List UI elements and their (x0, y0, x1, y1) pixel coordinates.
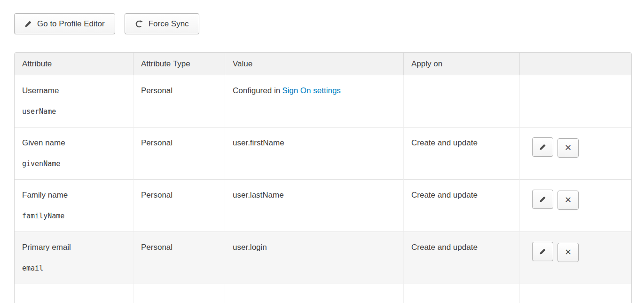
close-icon: ✕ (565, 144, 572, 152)
attribute-label: Username (22, 86, 126, 96)
close-icon: ✕ (565, 248, 572, 256)
table-row: Given name givenName Personal user.first… (15, 128, 632, 180)
attribute-cell (15, 284, 134, 303)
attribute-table: Attribute Attribute Type Value Apply on … (15, 53, 632, 303)
table-row: Family name familyName Personal user.las… (15, 180, 632, 232)
edit-button[interactable] (532, 137, 553, 157)
attribute-variable-name: userName (22, 107, 126, 116)
attribute-cell: Primary email email (15, 232, 134, 284)
edit-button[interactable] (532, 242, 553, 261)
delete-button[interactable]: ✕ (558, 138, 579, 158)
attribute-type-cell: Personal (134, 180, 225, 232)
attribute-label: Family name (22, 191, 126, 200)
actions-cell (520, 284, 632, 303)
go-to-profile-editor-label: Go to Profile Editor (37, 19, 105, 29)
value-text: Configured in (233, 86, 280, 95)
header-attribute-type: Attribute Type (134, 53, 225, 75)
apply-on-cell: Create and update (404, 128, 520, 180)
value-cell: user.login (225, 232, 404, 284)
apply-on-cell (404, 284, 520, 303)
attribute-cell: Family name familyName (15, 180, 134, 232)
attribute-type-cell (134, 284, 225, 303)
value-cell: user.firstName (225, 128, 404, 180)
pencil-icon (539, 144, 546, 151)
attribute-label: Given name (22, 138, 126, 148)
attribute-cell: Username userName (15, 75, 134, 128)
close-icon: ✕ (565, 196, 572, 204)
actions-cell (520, 75, 632, 128)
attribute-table-container: Attribute Attribute Type Value Apply on … (14, 52, 632, 303)
value-cell: user.lastName (225, 180, 404, 232)
attribute-variable-name: givenName (22, 159, 126, 168)
attribute-variable-name: email (22, 264, 126, 272)
attribute-cell: Given name givenName (15, 128, 134, 180)
force-sync-button[interactable]: Force Sync (125, 13, 199, 34)
header-apply-on: Apply on (404, 53, 520, 75)
value-cell: Configured inSign On settings (225, 75, 404, 128)
actions-cell: ✕ (520, 232, 632, 284)
apply-on-cell: Create and update (404, 232, 520, 284)
attribute-type-cell: Personal (134, 75, 225, 128)
actions-cell: ✕ (520, 128, 632, 180)
delete-button[interactable]: ✕ (558, 191, 579, 210)
header-actions (520, 53, 632, 75)
refresh-icon (135, 20, 143, 28)
sign-on-settings-link[interactable]: Sign On settings (282, 86, 341, 95)
apply-on-cell (404, 75, 520, 128)
table-row-partial (15, 284, 632, 303)
pencil-icon (539, 196, 546, 203)
delete-button[interactable]: ✕ (558, 243, 579, 262)
header-attribute: Attribute (15, 53, 134, 75)
go-to-profile-editor-button[interactable]: Go to Profile Editor (14, 13, 115, 34)
attribute-label: Primary email (22, 243, 126, 252)
force-sync-label: Force Sync (149, 19, 189, 29)
table-header-row: Attribute Attribute Type Value Apply on (15, 53, 632, 75)
attribute-mappings-page: Go to Profile Editor Force Sync Attribut… (0, 0, 644, 303)
toolbar: Go to Profile Editor Force Sync (14, 13, 632, 34)
edit-button[interactable] (532, 190, 553, 209)
pencil-icon (24, 20, 32, 28)
attribute-variable-name: familyName (22, 212, 126, 220)
pencil-icon (539, 248, 546, 255)
attribute-type-cell: Personal (134, 128, 225, 180)
actions-cell: ✕ (520, 180, 632, 232)
table-row: Username userName Personal Configured in… (15, 75, 632, 128)
apply-on-cell: Create and update (404, 180, 520, 232)
attribute-type-cell: Personal (134, 232, 225, 284)
value-cell (225, 284, 404, 303)
table-row: Primary email email Personal user.login … (15, 232, 632, 284)
header-value: Value (225, 53, 404, 75)
